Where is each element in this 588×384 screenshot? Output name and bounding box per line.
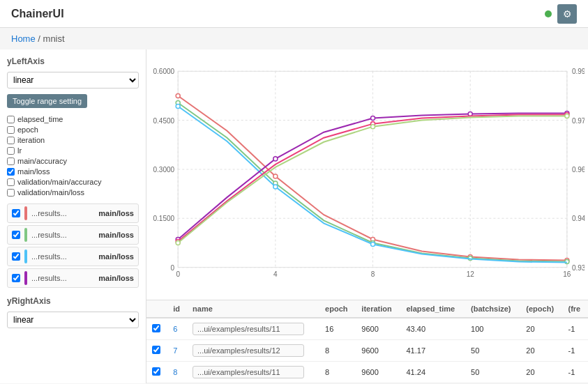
header-right: ⚙ bbox=[545, 4, 577, 24]
row-3-checkbox[interactable] bbox=[152, 367, 160, 376]
row-1-path-input[interactable] bbox=[193, 323, 304, 335]
metric-checkbox-list: elapsed_time epoch iteration lr main/acc… bbox=[7, 115, 139, 197]
svg-text:12: 12 bbox=[467, 270, 475, 278]
row-2-path bbox=[187, 340, 319, 362]
svg-point-38 bbox=[371, 242, 375, 246]
checkbox-validation-accuracy-input[interactable] bbox=[7, 178, 15, 186]
app-title: ChainerUI bbox=[11, 8, 64, 20]
svg-text:0: 0 bbox=[176, 270, 180, 278]
series-name-3: ...results... bbox=[31, 252, 94, 261]
col-name: name bbox=[187, 300, 319, 318]
toggle-range-button[interactable]: Toggle range setting bbox=[7, 94, 87, 108]
checkbox-main-accuracy-input[interactable] bbox=[7, 158, 15, 165]
row-2-fre: -1 bbox=[563, 340, 588, 362]
svg-text:0.6000: 0.6000 bbox=[153, 68, 174, 75]
svg-point-40 bbox=[273, 157, 278, 161]
series-item-3: ...results... main/loss bbox=[7, 247, 139, 266]
checkbox-validation-loss-input[interactable] bbox=[7, 189, 15, 197]
row-check-cell bbox=[146, 340, 167, 362]
series-metric-1: main/loss bbox=[98, 209, 134, 217]
y-left-scale-select[interactable]: linear log bbox=[7, 72, 139, 89]
checkbox-validation-loss-label: validation/main/loss bbox=[17, 188, 84, 197]
series-metric-4: main/loss bbox=[98, 274, 134, 282]
row-3-path bbox=[187, 362, 319, 383]
checkbox-iteration-label: iteration bbox=[17, 136, 45, 144]
col-epoch-val: (epoch) bbox=[520, 300, 562, 318]
row-3-fre: -1 bbox=[563, 362, 588, 383]
series-check-4[interactable] bbox=[12, 274, 20, 282]
series-color-1 bbox=[24, 206, 27, 220]
checkbox-lr-input[interactable] bbox=[7, 147, 15, 155]
svg-text:0.1500: 0.1500 bbox=[153, 215, 174, 222]
row-2-epoch-val: 20 bbox=[520, 340, 562, 362]
series-check-1[interactable] bbox=[12, 209, 20, 217]
row-1-path bbox=[187, 318, 319, 340]
col-iteration: iteration bbox=[356, 300, 400, 318]
checkbox-main-loss-label: main/loss bbox=[17, 167, 50, 176]
status-indicator bbox=[545, 10, 552, 17]
scale-select-row: linear log bbox=[7, 72, 139, 89]
breadcrumb-home[interactable]: Home bbox=[11, 33, 36, 44]
breadcrumb-separator: / bbox=[38, 33, 40, 44]
table-row: 8 8 9600 41.24 50 20 -1 bbox=[146, 362, 588, 383]
series-name-4: ...results... bbox=[31, 274, 94, 282]
svg-text:0.9600: 0.9600 bbox=[572, 166, 585, 174]
row-1-iteration: 9600 bbox=[356, 318, 400, 340]
y-left-axis-label: yLeftAxis bbox=[7, 56, 139, 66]
series-check-2[interactable] bbox=[12, 231, 20, 239]
settings-button[interactable]: ⚙ bbox=[557, 4, 577, 24]
checkbox-lr: lr bbox=[7, 146, 139, 155]
series-item-4: ...results... main/loss bbox=[7, 268, 139, 288]
row-3-id[interactable]: 8 bbox=[167, 362, 187, 383]
row-2-checkbox[interactable] bbox=[152, 346, 160, 354]
checkbox-iteration-input[interactable] bbox=[7, 137, 15, 144]
header: ChainerUI ⚙ bbox=[0, 0, 588, 28]
row-1-id[interactable]: 6 bbox=[167, 318, 187, 340]
svg-point-26 bbox=[176, 93, 180, 98]
row-2-path-input[interactable] bbox=[193, 344, 304, 357]
checkbox-main-loss-input[interactable] bbox=[7, 168, 15, 176]
main-layout: yLeftAxis linear log Toggle range settin… bbox=[0, 49, 588, 383]
checkbox-iteration: iteration bbox=[7, 136, 139, 144]
results-table-container: id name epoch iteration elapsed_time (ba… bbox=[146, 300, 588, 383]
breadcrumb: Home / mnist bbox=[0, 28, 588, 49]
checkbox-epoch-input[interactable] bbox=[7, 126, 15, 134]
series-color-2 bbox=[24, 228, 27, 242]
row-check-cell bbox=[146, 318, 167, 340]
checkbox-main-accuracy: main/accuracy bbox=[7, 157, 139, 165]
col-elapsed-time: elapsed_time bbox=[400, 300, 465, 318]
row-2-epoch: 8 bbox=[319, 340, 356, 362]
row-2-id[interactable]: 7 bbox=[167, 340, 187, 362]
series-metric-3: main/loss bbox=[98, 252, 134, 261]
row-2-batchsize: 50 bbox=[465, 340, 520, 362]
sidebar: yLeftAxis linear log Toggle range settin… bbox=[0, 49, 146, 383]
row-3-batchsize: 50 bbox=[465, 362, 520, 383]
series-list: ...results... main/loss ...results... ma… bbox=[7, 203, 139, 288]
y-right-scale-row: linear log bbox=[7, 312, 139, 328]
series-name-1: ...results... bbox=[31, 209, 94, 217]
row-2-iteration: 9600 bbox=[356, 340, 400, 362]
breadcrumb-current: mnist bbox=[43, 33, 65, 44]
checkbox-elapsed-time-input[interactable] bbox=[7, 116, 15, 123]
row-1-checkbox[interactable] bbox=[152, 324, 160, 332]
svg-point-36 bbox=[176, 105, 180, 109]
svg-point-41 bbox=[371, 116, 375, 121]
series-color-4 bbox=[24, 271, 27, 285]
svg-text:0: 0 bbox=[171, 264, 175, 272]
checkbox-elapsed-time: elapsed_time bbox=[7, 115, 139, 123]
series-metric-2: main/loss bbox=[98, 231, 134, 239]
series-check-3[interactable] bbox=[12, 252, 20, 261]
chart-svg: 0.6000 0.4500 0.3000 0.1500 0 0.9900 0.9… bbox=[150, 56, 585, 296]
row-2-elapsed-time: 41.17 bbox=[400, 340, 465, 362]
row-3-epoch-val: 20 bbox=[520, 362, 562, 383]
chart-container: 0.6000 0.4500 0.3000 0.1500 0 0.9900 0.9… bbox=[146, 49, 588, 300]
svg-point-49 bbox=[565, 114, 569, 118]
row-1-epoch-val: 20 bbox=[520, 318, 562, 340]
y-right-scale-select[interactable]: linear log bbox=[7, 312, 139, 328]
row-3-path-input[interactable] bbox=[193, 366, 304, 378]
checkbox-main-accuracy-label: main/accuracy bbox=[17, 157, 67, 165]
row-1-fre: -1 bbox=[563, 318, 588, 340]
svg-point-48 bbox=[371, 125, 375, 129]
row-check-cell bbox=[146, 362, 167, 383]
checkbox-main-loss: main/loss bbox=[7, 167, 139, 176]
